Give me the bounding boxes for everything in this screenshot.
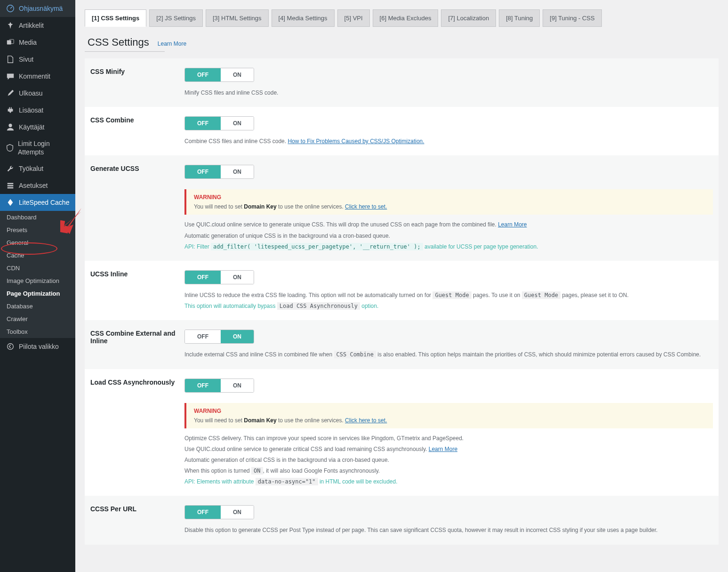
desc: Minify CSS files and inline CSS code. — [184, 89, 713, 97]
toggle-on[interactable]: ON — [221, 506, 254, 519]
sidebar-item-media[interactable]: Media — [0, 34, 75, 51]
toggle-css-combine-ext[interactable]: OFF ON — [184, 330, 254, 344]
set-domain-key-link[interactable]: Click here to set. — [345, 203, 387, 210]
learn-more-link[interactable]: Learn More — [158, 40, 186, 47]
row-content: OFF ON WARNING You will need to set Doma… — [184, 165, 713, 251]
tab-js-settings[interactable]: [2] JS Settings — [149, 9, 203, 27]
section-header: CSS Settings Learn More — [85, 36, 719, 48]
warning-mid: to use the online services. — [277, 417, 345, 424]
main-content: [1] CSS Settings [2] JS Settings [3] HTM… — [75, 0, 728, 572]
toggle-css-combine[interactable]: OFF ON — [184, 116, 254, 130]
code-guest-mode: Guest Mode — [522, 291, 560, 299]
learn-more-link[interactable]: Learn More — [498, 221, 527, 228]
settings-icon — [6, 181, 15, 190]
code-guest-mode: Guest Mode — [432, 291, 471, 299]
tab-html-settings[interactable]: [3] HTML Settings — [206, 9, 269, 27]
toggle-on[interactable]: ON — [221, 117, 254, 130]
learn-more-link[interactable]: Learn More — [429, 446, 457, 452]
toggle-off[interactable]: OFF — [185, 68, 221, 81]
toggle-ucss-inline[interactable]: OFF ON — [184, 270, 254, 284]
sidebar-item-posts[interactable]: Artikkelit — [0, 17, 75, 34]
row-ucss-inline: UCSS Inline OFF ON Inline UCSS to reduce… — [85, 261, 719, 320]
api-suf: in HTML code will be excluded. — [318, 478, 398, 485]
settings-tabs: [1] CSS Settings [2] JS Settings [3] HTM… — [85, 9, 719, 27]
toggle-off[interactable]: OFF — [185, 330, 221, 343]
desc-pre: Use QUIC.cloud online service to generat… — [184, 446, 429, 452]
toggle-off[interactable]: OFF — [185, 379, 221, 392]
row-content: OFF ON WARNING You will need to set Doma… — [184, 379, 713, 487]
tab-localization[interactable]: [7] Localization — [441, 9, 496, 27]
row-css-combine-ext: CSS Combine External and Inline OFF ON I… — [85, 320, 719, 369]
desc: Use QUIC.cloud online service to generat… — [184, 445, 713, 454]
toggle-off[interactable]: OFF — [185, 271, 221, 284]
sidebar-item-limit-login[interactable]: Limit Login Attempts — [0, 136, 75, 160]
submenu-crawler[interactable]: Crawler — [0, 313, 75, 325]
submenu-page-opt[interactable]: Page Optimization — [0, 287, 75, 300]
brush-icon — [6, 89, 15, 98]
code-css-combine: CSS Combine — [334, 351, 376, 358]
toggle-load-async[interactable]: OFF ON — [184, 379, 254, 393]
row-content: OFF ON Inline UCSS to reduce the extra C… — [184, 270, 713, 311]
sidebar-item-tools[interactable]: Työkalut — [0, 160, 75, 177]
desc: Automatic generation of unique CSS is in… — [184, 232, 713, 241]
toggle-on[interactable]: ON — [221, 165, 254, 178]
bypass-note: This option will automatically bypass Lo… — [184, 302, 713, 311]
fix-problems-link[interactable]: How to Fix Problems Caused by CSS/JS Opt… — [288, 138, 424, 145]
sidebar-item-appearance[interactable]: Ulkoasu — [0, 85, 75, 102]
sidebar-item-label: Ulkoasu — [19, 89, 43, 97]
toggle-on[interactable]: ON — [221, 379, 254, 392]
toggle-on[interactable]: ON — [221, 330, 254, 343]
tab-css-settings[interactable]: [1] CSS Settings — [85, 9, 146, 27]
toggle-on[interactable]: ON — [221, 271, 254, 284]
tab-vpi[interactable]: [5] VPI — [337, 9, 370, 27]
toggle-on[interactable]: ON — [221, 68, 254, 81]
submenu-general[interactable]: General — [0, 236, 75, 249]
api-code: add_filter( 'litespeed_ucss_per_pagetype… — [211, 243, 423, 250]
svg-rect-6 — [8, 187, 14, 189]
toggle-generate-ucss[interactable]: OFF ON — [184, 165, 254, 179]
comment-icon — [6, 72, 15, 81]
toggle-ccss-per-url[interactable]: OFF ON — [184, 505, 254, 519]
submenu-dashboard[interactable]: Dashboard — [0, 211, 75, 224]
sidebar-item-pages[interactable]: Sivut — [0, 51, 75, 68]
sidebar-item-litespeed[interactable]: LiteSpeed Cache — [0, 194, 75, 211]
row-label: CSS Minify — [90, 68, 184, 97]
warning-box: WARNING You will need to set Domain Key … — [184, 189, 713, 215]
sidebar-item-label: Sivut — [19, 55, 33, 64]
sidebar-collapse[interactable]: Piilota valikko — [0, 338, 75, 355]
svg-point-3 — [8, 124, 12, 127]
row-label: Load CSS Asynchronously — [90, 379, 184, 487]
dashboard-icon — [6, 4, 15, 13]
tab-media-excludes[interactable]: [6] Media Excludes — [373, 9, 439, 27]
sidebar-item-settings[interactable]: Asetukset — [0, 177, 75, 194]
set-domain-key-link[interactable]: Click here to set. — [345, 417, 387, 424]
tab-tuning-css[interactable]: [9] Tuning - CSS — [543, 9, 601, 27]
collapse-label: Piilota valikko — [19, 342, 59, 351]
submenu-cache[interactable]: Cache — [0, 249, 75, 262]
tab-media-settings[interactable]: [4] Media Settings — [272, 9, 335, 27]
row-ccss-per-url: CCSS Per URL OFF ON Disable this option … — [85, 496, 719, 544]
warning-box: WARNING You will need to set Domain Key … — [184, 403, 713, 428]
submenu-cdn[interactable]: CDN — [0, 262, 75, 274]
toggle-css-minify[interactable]: OFF ON — [184, 68, 254, 82]
toggle-off[interactable]: OFF — [185, 165, 221, 178]
sidebar-item-users[interactable]: Käyttäjät — [0, 119, 75, 136]
row-css-combine: CSS Combine OFF ON Combine CSS files and… — [85, 107, 719, 155]
api-code: data-no-async="1" — [256, 478, 318, 485]
toggle-off[interactable]: OFF — [185, 506, 221, 519]
svg-rect-1 — [7, 40, 11, 45]
submenu-toolbox[interactable]: Toolbox — [0, 325, 75, 338]
sidebar-item-label: Lisäosat — [19, 106, 43, 114]
sidebar-item-plugins[interactable]: Lisäosat — [0, 102, 75, 119]
desc: When this option is turned ON, it will a… — [184, 467, 713, 475]
bypass-suf: option. — [360, 303, 378, 309]
sidebar-item-comments[interactable]: Kommentit — [0, 68, 75, 85]
submenu-presets[interactable]: Presets — [0, 224, 75, 236]
sidebar-item-dashboard[interactable]: Ohjausnäkymä — [0, 0, 75, 17]
toggle-off[interactable]: OFF — [185, 117, 221, 130]
api-mid: Elements with attribute — [197, 478, 256, 485]
tab-tuning[interactable]: [8] Tuning — [499, 9, 540, 27]
submenu-image-opt[interactable]: Image Optimization — [0, 274, 75, 287]
submenu-database[interactable]: Database — [0, 300, 75, 313]
collapse-icon — [6, 342, 15, 351]
